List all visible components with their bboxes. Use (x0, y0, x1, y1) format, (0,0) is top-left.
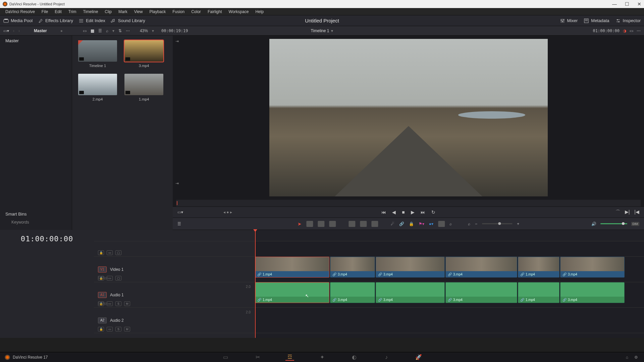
marker-dropdown[interactable]: ●▾ (429, 222, 433, 226)
stop-button[interactable]: ■ (402, 209, 405, 215)
track-a1[interactable]: 🔗1.mp4🔗3.mp4🔗3.mp4🔗3.mp4🔗1.mp4🔗3.mp4 (255, 282, 644, 308)
audio-clip[interactable]: 🔗1.mp4 (255, 282, 329, 303)
track-head-a2[interactable]: A2 Audio 2 2.0 🔒▭SM (94, 308, 255, 333)
bypass-icon[interactable]: ◑ (623, 28, 626, 33)
inspector-toggle[interactable]: Inspector (615, 18, 641, 23)
flag-dropdown[interactable]: ⚑▾ (419, 222, 424, 226)
video-clip[interactable]: 🔗3.mp4 (376, 257, 445, 278)
audio-clip[interactable]: 🔗3.mp4 (376, 282, 445, 303)
page-color[interactable]: ◐ (350, 354, 359, 361)
track-tag[interactable]: A2 (98, 317, 107, 323)
menu-workspace[interactable]: Workspace (225, 9, 252, 14)
last-frame-button[interactable]: ⏭ (421, 209, 425, 215)
menu-timeline[interactable]: Timeline (79, 9, 101, 14)
pool-item-clip[interactable]: 1.mp4 (124, 74, 163, 101)
track-head-a1[interactable]: A1 Audio 1 2.0 🔒▭SM 6 Clips (94, 282, 255, 308)
timeline-dropdown[interactable]: ▾ (331, 28, 333, 33)
next-marker-icon[interactable]: ▶| (625, 209, 630, 215)
view-grid-icon[interactable]: ▦ (91, 28, 94, 33)
dim-button[interactable]: DIM (631, 222, 640, 226)
zoom-minus[interactable]: − (475, 222, 477, 226)
menu-color[interactable]: Color (188, 9, 204, 14)
dynamic-trim-tool[interactable] (318, 221, 324, 227)
index-search-button[interactable] (438, 221, 445, 227)
zoom-pct[interactable]: 43% (140, 28, 148, 33)
edit-index-toggle[interactable]: Edit Index (78, 18, 105, 23)
playhead[interactable] (255, 230, 256, 338)
loop-range-icon[interactable]: ⌒ (615, 209, 620, 215)
home-button[interactable]: ⌂ (626, 355, 628, 360)
sound-library-toggle[interactable]: Sound Library (111, 18, 145, 23)
smart-bin-keywords[interactable]: Keywords (5, 220, 66, 225)
smart-bins-header[interactable]: Smart Bins (5, 212, 66, 217)
prev-frame-button[interactable]: ◀ (392, 209, 396, 215)
menu-view[interactable]: View (131, 9, 146, 14)
maximize-button[interactable]: ☐ (625, 1, 629, 7)
project-settings-button[interactable]: ⚙ (634, 355, 638, 360)
lock-toggle[interactable]: 🔒 (409, 222, 414, 226)
zoom-plus[interactable]: + (517, 222, 519, 226)
audio-clip[interactable]: 🔗3.mp4 (445, 282, 517, 303)
pool-item-clip[interactable]: 3.mp4 (124, 40, 163, 68)
effects-toggle[interactable]: Effects Library (38, 18, 73, 23)
track-head-v2[interactable]: 🔒▭▢ (94, 241, 255, 257)
page-cut[interactable]: ✂ (253, 354, 262, 361)
volume-icon[interactable]: 🔊 (591, 222, 596, 226)
loop-button[interactable]: ↻ (431, 209, 435, 215)
track-v1[interactable]: 🔗1.mp4🔗3.mp4🔗3.mp4🔗3.mp4🔗1.mp4🔗3.mp4 (255, 257, 644, 282)
search-dropdown[interactable]: ▾ (112, 28, 114, 33)
jump-icon[interactable]: ⇥ (175, 181, 181, 186)
replace-clip-button[interactable] (371, 221, 378, 227)
nav-back[interactable]: ‹ (13, 28, 14, 33)
match-frame-icon[interactable]: ⇥ (175, 39, 181, 44)
menu-help[interactable]: Help (252, 9, 267, 14)
video-clip[interactable]: 🔗3.mp4 (445, 257, 517, 278)
zoom-out-icon[interactable]: ⌕ (468, 222, 470, 226)
blade-tool[interactable] (329, 221, 336, 227)
menu-clip[interactable]: Clip (101, 9, 115, 14)
prev-marker-icon[interactable]: |◀ (634, 209, 639, 215)
play-button[interactable]: ▶ (411, 209, 415, 215)
overwrite-clip-button[interactable] (360, 221, 367, 227)
first-frame-button[interactable]: ⏮ (381, 209, 386, 215)
metadata-toggle[interactable]: Metadata (584, 18, 609, 23)
jog-left[interactable]: ◂ ● ▸ (223, 210, 232, 215)
track-v2[interactable] (255, 241, 644, 257)
minimize-button[interactable]: — (612, 1, 617, 7)
nav-fwd[interactable]: › (18, 28, 20, 33)
track-tag[interactable]: A1 (98, 292, 107, 298)
insert-clip-button[interactable] (348, 221, 355, 227)
zoom-dropdown[interactable]: ▾ (152, 28, 154, 33)
view-list-icon[interactable]: ☰ (98, 28, 102, 33)
menu-app[interactable]: DaVinci Resolve (2, 9, 38, 14)
video-clip[interactable]: 🔗1.mp4 (255, 257, 329, 278)
page-fairlight[interactable]: ♪ (382, 354, 391, 361)
menu-file[interactable]: File (38, 9, 51, 14)
timeline-view-icon[interactable]: ☰ (177, 222, 181, 226)
menu-fusion[interactable]: Fusion (169, 9, 188, 14)
viewer-options-icon[interactable]: ⋯ (637, 28, 641, 33)
pool-item-clip[interactable]: 2.mp4 (78, 74, 117, 101)
timeline-name[interactable]: Timeline 1 (311, 28, 329, 33)
video-clip[interactable]: 🔗1.mp4 (518, 257, 559, 278)
audio-clip[interactable]: 🔗3.mp4 (330, 282, 375, 303)
audio-clip[interactable]: 🔗1.mp4 (518, 282, 559, 303)
selection-tool[interactable]: ➤ (298, 221, 302, 227)
find-icon[interactable]: ⌕ (449, 222, 452, 226)
disable-icon[interactable]: ▢ (115, 276, 121, 281)
viewer-scrubber[interactable] (176, 200, 641, 206)
zoom-slider[interactable] (482, 223, 512, 224)
page-edit[interactable]: ☲ (285, 354, 294, 361)
menu-fairlight[interactable]: Fairlight (204, 9, 225, 14)
mixer-toggle[interactable]: Mixer (560, 18, 578, 23)
menu-edit[interactable]: Edit (51, 9, 65, 14)
snap-toggle[interactable]: ☄ (391, 222, 394, 226)
trim-tool[interactable] (306, 221, 313, 227)
menu-trim[interactable]: Trim (65, 9, 80, 14)
lock-icon[interactable]: 🔒 (98, 327, 104, 331)
mute-button[interactable]: M (124, 327, 130, 331)
track-head-v1[interactable]: V1 Video 1 🔒▭▢ 6 Clips (94, 257, 255, 282)
page-fusion[interactable]: ✦ (318, 354, 326, 361)
mute-button[interactable]: M (124, 301, 130, 306)
close-button[interactable]: ✕ (637, 1, 641, 7)
